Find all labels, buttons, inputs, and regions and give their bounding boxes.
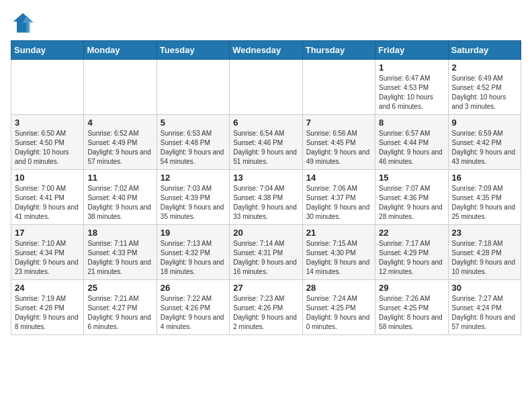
day-number: 8 [379, 118, 444, 128]
day-number: 6 [233, 118, 298, 128]
calendar-cell [302, 60, 375, 115]
day-number: 24 [15, 283, 80, 293]
calendar-cell: 23Sunrise: 7:18 AM Sunset: 4:28 PM Dayli… [448, 225, 521, 280]
calendar-header-saturday: Saturday [448, 41, 521, 60]
day-number: 19 [161, 228, 226, 238]
calendar-week-4: 17Sunrise: 7:10 AM Sunset: 4:34 PM Dayli… [11, 225, 521, 280]
calendar-cell [230, 60, 302, 115]
day-number: 5 [161, 118, 226, 128]
day-number: 9 [452, 118, 517, 128]
calendar-cell [84, 60, 157, 115]
day-info: Sunrise: 7:03 AM Sunset: 4:39 PM Dayligh… [161, 184, 226, 222]
day-info: Sunrise: 7:06 AM Sunset: 4:37 PM Dayligh… [306, 184, 371, 222]
day-info: Sunrise: 7:13 AM Sunset: 4:32 PM Dayligh… [161, 239, 226, 277]
day-info: Sunrise: 7:09 AM Sunset: 4:35 PM Dayligh… [452, 184, 517, 222]
calendar-cell: 13Sunrise: 7:04 AM Sunset: 4:38 PM Dayli… [230, 170, 302, 225]
day-number: 10 [15, 173, 80, 183]
day-number: 22 [379, 228, 444, 238]
day-number: 26 [161, 283, 226, 293]
day-number: 12 [161, 173, 226, 183]
calendar-cell: 22Sunrise: 7:17 AM Sunset: 4:29 PM Dayli… [375, 225, 448, 280]
calendar-header-tuesday: Tuesday [157, 41, 229, 60]
calendar-cell: 9Sunrise: 6:59 AM Sunset: 4:42 PM Daylig… [448, 115, 521, 170]
day-info: Sunrise: 7:02 AM Sunset: 4:40 PM Dayligh… [87, 184, 152, 222]
calendar-week-1: 1Sunrise: 6:47 AM Sunset: 4:53 PM Daylig… [11, 60, 521, 115]
calendar-cell: 10Sunrise: 7:00 AM Sunset: 4:41 PM Dayli… [11, 170, 84, 225]
day-info: Sunrise: 6:49 AM Sunset: 4:52 PM Dayligh… [452, 74, 517, 111]
day-number: 23 [452, 228, 517, 238]
day-number: 18 [87, 228, 152, 238]
day-number: 30 [452, 283, 517, 293]
calendar-week-3: 10Sunrise: 7:00 AM Sunset: 4:41 PM Dayli… [11, 170, 521, 225]
day-info: Sunrise: 7:10 AM Sunset: 4:34 PM Dayligh… [15, 239, 80, 277]
day-number: 14 [306, 173, 371, 183]
day-number: 17 [15, 228, 80, 238]
day-number: 29 [379, 283, 444, 293]
day-number: 13 [233, 173, 298, 183]
logo-icon [11, 11, 35, 35]
calendar-cell: 26Sunrise: 7:22 AM Sunset: 4:26 PM Dayli… [157, 280, 229, 335]
day-info: Sunrise: 7:27 AM Sunset: 4:24 PM Dayligh… [452, 294, 517, 332]
day-info: Sunrise: 7:24 AM Sunset: 4:25 PM Dayligh… [306, 294, 371, 332]
calendar-cell: 20Sunrise: 7:14 AM Sunset: 4:31 PM Dayli… [230, 225, 302, 280]
calendar-cell: 19Sunrise: 7:13 AM Sunset: 4:32 PM Dayli… [157, 225, 229, 280]
day-info: Sunrise: 6:56 AM Sunset: 4:45 PM Dayligh… [306, 129, 371, 167]
day-number: 20 [233, 228, 298, 238]
day-number: 7 [306, 118, 371, 128]
day-number: 3 [15, 118, 80, 128]
calendar-week-5: 24Sunrise: 7:19 AM Sunset: 4:28 PM Dayli… [11, 280, 521, 335]
calendar-cell [157, 60, 229, 115]
day-info: Sunrise: 6:52 AM Sunset: 4:49 PM Dayligh… [87, 129, 152, 167]
calendar-header-row: SundayMondayTuesdayWednesdayThursdayFrid… [11, 41, 521, 60]
day-info: Sunrise: 7:18 AM Sunset: 4:28 PM Dayligh… [452, 239, 517, 277]
day-number: 25 [87, 283, 152, 293]
day-info: Sunrise: 7:11 AM Sunset: 4:33 PM Dayligh… [87, 239, 152, 277]
calendar-cell: 29Sunrise: 7:26 AM Sunset: 4:25 PM Dayli… [375, 280, 448, 335]
logo [11, 11, 38, 35]
day-info: Sunrise: 7:17 AM Sunset: 4:29 PM Dayligh… [379, 239, 444, 277]
calendar-cell: 25Sunrise: 7:21 AM Sunset: 4:27 PM Dayli… [84, 280, 157, 335]
day-number: 2 [452, 62, 517, 73]
day-info: Sunrise: 7:19 AM Sunset: 4:28 PM Dayligh… [15, 294, 80, 332]
day-info: Sunrise: 7:14 AM Sunset: 4:31 PM Dayligh… [233, 239, 298, 277]
calendar-cell: 24Sunrise: 7:19 AM Sunset: 4:28 PM Dayli… [11, 280, 84, 335]
day-number: 11 [87, 173, 152, 183]
calendar-cell: 3Sunrise: 6:50 AM Sunset: 4:50 PM Daylig… [11, 115, 84, 170]
calendar-header-wednesday: Wednesday [230, 41, 302, 60]
day-number: 4 [87, 118, 152, 128]
day-number: 28 [306, 283, 371, 293]
calendar-body: 1Sunrise: 6:47 AM Sunset: 4:53 PM Daylig… [11, 60, 521, 335]
calendar-cell: 27Sunrise: 7:23 AM Sunset: 4:26 PM Dayli… [230, 280, 302, 335]
calendar-cell: 30Sunrise: 7:27 AM Sunset: 4:24 PM Dayli… [448, 280, 521, 335]
calendar-cell: 8Sunrise: 6:57 AM Sunset: 4:44 PM Daylig… [375, 115, 448, 170]
calendar-header-thursday: Thursday [302, 41, 375, 60]
day-number: 21 [306, 228, 371, 238]
day-info: Sunrise: 7:15 AM Sunset: 4:30 PM Dayligh… [306, 239, 371, 277]
page-header [11, 11, 521, 35]
day-number: 1 [379, 62, 444, 73]
calendar-cell: 4Sunrise: 6:52 AM Sunset: 4:49 PM Daylig… [84, 115, 157, 170]
calendar-cell: 15Sunrise: 7:07 AM Sunset: 4:36 PM Dayli… [375, 170, 448, 225]
calendar-week-2: 3Sunrise: 6:50 AM Sunset: 4:50 PM Daylig… [11, 115, 521, 170]
calendar-header-friday: Friday [375, 41, 448, 60]
calendar-header-sunday: Sunday [11, 41, 84, 60]
calendar-cell: 18Sunrise: 7:11 AM Sunset: 4:33 PM Dayli… [84, 225, 157, 280]
calendar-cell: 14Sunrise: 7:06 AM Sunset: 4:37 PM Dayli… [302, 170, 375, 225]
day-info: Sunrise: 6:53 AM Sunset: 4:48 PM Dayligh… [161, 129, 226, 167]
day-number: 15 [379, 173, 444, 183]
calendar-cell: 6Sunrise: 6:54 AM Sunset: 4:46 PM Daylig… [230, 115, 302, 170]
calendar-cell: 7Sunrise: 6:56 AM Sunset: 4:45 PM Daylig… [302, 115, 375, 170]
day-info: Sunrise: 6:57 AM Sunset: 4:44 PM Dayligh… [379, 129, 444, 167]
day-info: Sunrise: 6:50 AM Sunset: 4:50 PM Dayligh… [15, 129, 80, 167]
calendar-table: SundayMondayTuesdayWednesdayThursdayFrid… [11, 40, 521, 335]
calendar-cell: 17Sunrise: 7:10 AM Sunset: 4:34 PM Dayli… [11, 225, 84, 280]
day-info: Sunrise: 7:07 AM Sunset: 4:36 PM Dayligh… [379, 184, 444, 222]
calendar-cell: 21Sunrise: 7:15 AM Sunset: 4:30 PM Dayli… [302, 225, 375, 280]
calendar-cell: 16Sunrise: 7:09 AM Sunset: 4:35 PM Dayli… [448, 170, 521, 225]
day-number: 27 [233, 283, 298, 293]
calendar-cell: 12Sunrise: 7:03 AM Sunset: 4:39 PM Dayli… [157, 170, 229, 225]
day-info: Sunrise: 7:23 AM Sunset: 4:26 PM Dayligh… [233, 294, 298, 332]
calendar-cell [11, 60, 84, 115]
day-info: Sunrise: 6:59 AM Sunset: 4:42 PM Dayligh… [452, 129, 517, 167]
day-number: 16 [452, 173, 517, 183]
